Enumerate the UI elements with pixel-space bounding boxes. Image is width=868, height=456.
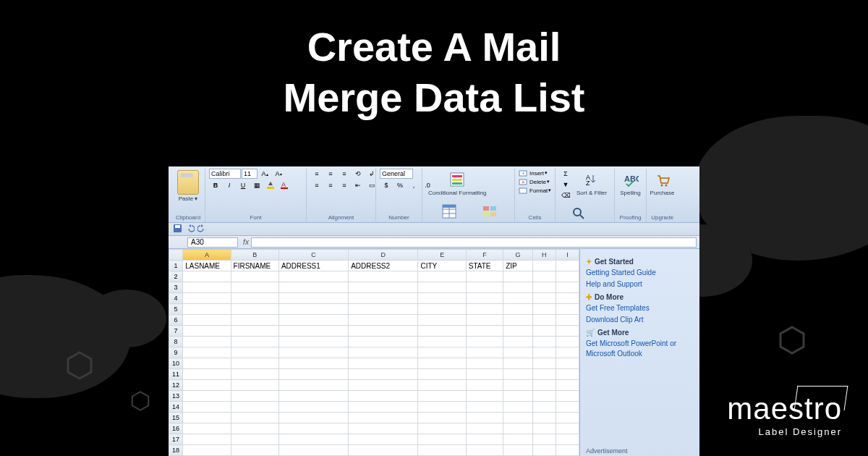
cell-E1[interactable]: CITY: [418, 261, 466, 271]
cell-B2[interactable]: [231, 271, 278, 282]
row-header[interactable]: 6: [169, 315, 183, 326]
cell-B5[interactable]: [231, 304, 278, 315]
cell-D9[interactable]: [349, 347, 418, 358]
cell-I3[interactable]: [556, 282, 579, 293]
currency-button[interactable]: $: [380, 180, 393, 190]
cell-C11[interactable]: [278, 369, 348, 380]
cell-I6[interactable]: [556, 315, 579, 326]
percent-button[interactable]: %: [393, 180, 407, 190]
cell-C2[interactable]: [278, 271, 348, 282]
cell-E7[interactable]: [418, 326, 466, 337]
cell-B7[interactable]: [231, 326, 278, 337]
cell-C14[interactable]: [278, 402, 348, 413]
cell-F4[interactable]: [466, 293, 503, 304]
cell-H17[interactable]: [532, 434, 556, 445]
save-icon[interactable]: [173, 223, 182, 236]
cell-C15[interactable]: [278, 413, 348, 423]
fill-button[interactable]: ▼: [559, 180, 572, 190]
cell-E8[interactable]: [418, 337, 466, 347]
row-header[interactable]: 12: [169, 380, 183, 391]
shrink-font-button[interactable]: A▾: [272, 169, 285, 179]
cell-H9[interactable]: [532, 347, 556, 358]
cell-H2[interactable]: [532, 271, 556, 282]
cell-I12[interactable]: [556, 380, 579, 391]
italic-button[interactable]: I: [223, 180, 236, 190]
cell-D14[interactable]: [349, 402, 418, 413]
cell-G10[interactable]: [503, 358, 533, 369]
cell-G3[interactable]: [503, 282, 533, 293]
cell-A2[interactable]: [183, 271, 231, 282]
cell-G18[interactable]: [503, 445, 533, 456]
cell-A12[interactable]: [183, 380, 231, 391]
cell-D11[interactable]: [349, 369, 418, 380]
format-button[interactable]: Format ▾: [519, 186, 551, 195]
cell-F3[interactable]: [466, 282, 503, 293]
cell-B9[interactable]: [231, 347, 278, 358]
cell-E15[interactable]: [418, 413, 466, 423]
cell-C6[interactable]: [278, 315, 348, 326]
cell-D12[interactable]: [349, 380, 418, 391]
align-bottom-button[interactable]: ≡: [338, 169, 351, 179]
column-header-D[interactable]: D: [349, 250, 418, 261]
decrease-indent-button[interactable]: ⇤: [352, 180, 365, 190]
row-header[interactable]: 9: [169, 347, 183, 358]
worksheet[interactable]: ABCDEFGHI1LASNAMEFIRSNAMEADDRESS1ADDRESS…: [169, 249, 579, 456]
cell-I1[interactable]: [556, 261, 579, 271]
column-header-C[interactable]: C: [278, 250, 348, 261]
cell-G7[interactable]: [503, 326, 533, 337]
cell-H5[interactable]: [532, 304, 556, 315]
cell-G5[interactable]: [503, 304, 533, 315]
cell-D2[interactable]: [349, 271, 418, 282]
sidepane-link[interactable]: Get Microsoft PowerPoint or Microsoft Ou…: [586, 339, 694, 358]
cell-E11[interactable]: [418, 369, 466, 380]
cell-D15[interactable]: [349, 413, 418, 423]
sidepane-link[interactable]: Download Clip Art: [586, 315, 694, 325]
cell-B6[interactable]: [231, 315, 278, 326]
paste-button[interactable]: Paste ▾: [175, 169, 201, 204]
cell-A4[interactable]: [183, 293, 231, 304]
cell-C7[interactable]: [278, 326, 348, 337]
cell-E5[interactable]: [418, 304, 466, 315]
cell-G4[interactable]: [503, 293, 533, 304]
row-header[interactable]: 15: [169, 413, 183, 423]
cell-E4[interactable]: [418, 293, 466, 304]
fx-icon[interactable]: fx: [241, 238, 251, 246]
cell-E18[interactable]: [418, 445, 466, 456]
cell-I9[interactable]: [556, 347, 579, 358]
row-header[interactable]: 16: [169, 423, 183, 434]
cell-E3[interactable]: [418, 282, 466, 293]
grow-font-button[interactable]: A▴: [258, 169, 271, 179]
align-left-button[interactable]: ≡: [310, 180, 323, 190]
border-button[interactable]: ▦: [250, 180, 263, 190]
cell-F10[interactable]: [466, 358, 503, 369]
font-name-select[interactable]: Calibri: [209, 169, 241, 179]
cell-B3[interactable]: [231, 282, 278, 293]
cell-B4[interactable]: [231, 293, 278, 304]
cell-A17[interactable]: [183, 434, 231, 445]
cell-I18[interactable]: [556, 445, 579, 456]
column-header-B[interactable]: B: [231, 250, 278, 261]
cell-H12[interactable]: [532, 380, 556, 391]
redo-icon[interactable]: [197, 223, 207, 236]
cell-D7[interactable]: [349, 326, 418, 337]
cell-B15[interactable]: [231, 413, 278, 423]
cell-G16[interactable]: [503, 423, 533, 434]
delete-button[interactable]: ×Delete ▾: [519, 177, 550, 186]
row-header[interactable]: 7: [169, 326, 183, 337]
row-header[interactable]: 8: [169, 337, 183, 347]
cell-E6[interactable]: [418, 315, 466, 326]
cell-H13[interactable]: [532, 391, 556, 402]
spelling-button[interactable]: ABCSpelling: [618, 169, 642, 198]
cell-F12[interactable]: [466, 380, 503, 391]
font-color-button[interactable]: A: [278, 180, 291, 190]
cell-I5[interactable]: [556, 304, 579, 315]
cell-A8[interactable]: [183, 337, 231, 347]
cell-H15[interactable]: [532, 413, 556, 423]
row-header[interactable]: 5: [169, 304, 183, 315]
cell-B16[interactable]: [231, 423, 278, 434]
sidepane-link[interactable]: Help and Support: [586, 279, 694, 290]
cell-G17[interactable]: [503, 434, 533, 445]
cell-E17[interactable]: [418, 434, 466, 445]
cell-B12[interactable]: [231, 380, 278, 391]
cell-H10[interactable]: [532, 358, 556, 369]
